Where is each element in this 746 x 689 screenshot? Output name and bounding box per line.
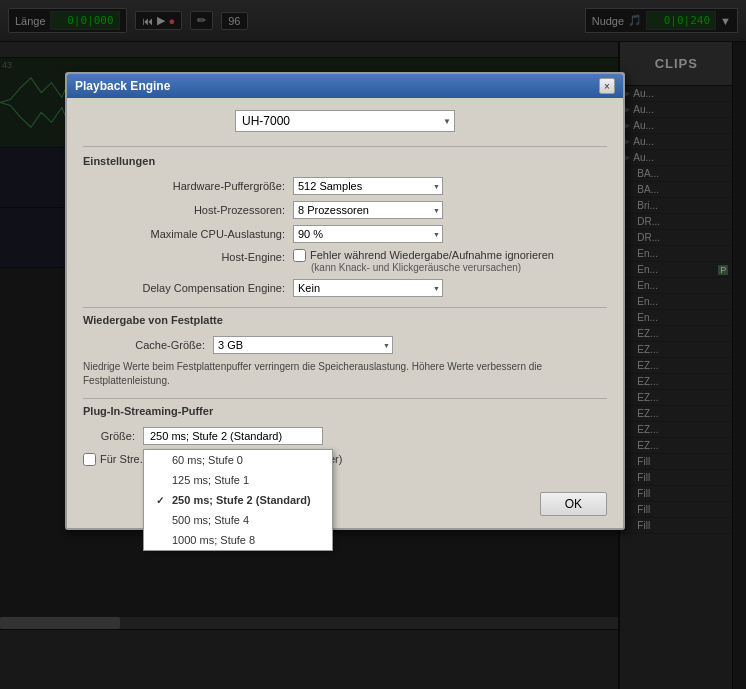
dropdown-item-3-label: 500 ms; Stufe 4: [172, 514, 249, 526]
playback-engine-dialog: Playback Engine × UH-7000 ▼ Einstellunge…: [65, 72, 625, 530]
delay-compensation-label: Delay Compensation Engine:: [83, 282, 293, 294]
device-select-wrapper: UH-7000 ▼: [235, 110, 455, 132]
host-engine-label: Host-Engine:: [83, 249, 293, 263]
hardware-puffer-label: Hardware-Puffergröße:: [83, 180, 293, 192]
host-prozessoren-select-wrap: 8 Prozessoren: [293, 201, 443, 219]
hardware-puffer-select-wrap: 512 Samples: [293, 177, 443, 195]
plugin-streaming-section: Plug-In-Streaming-Puffer Größe: 250 ms; …: [83, 398, 607, 466]
plugin-size-dropdown-wrapper: 250 ms; Stufe 2 (Standard) 60 ms; Stufe …: [143, 427, 323, 445]
host-prozessoren-row: Host-Prozessoren: 8 Prozessoren: [83, 201, 607, 219]
fuer-stre-checkbox[interactable]: [83, 453, 96, 466]
festplatte-label: Wiedergabe von Festplatte: [83, 314, 607, 326]
plugin-size-dropdown: 60 ms; Stufe 0 125 ms; Stufe 1 ✓ 250 ms;…: [143, 449, 333, 551]
dropdown-item-0[interactable]: 60 ms; Stufe 0: [144, 450, 332, 470]
host-engine-checkbox[interactable]: [293, 249, 306, 262]
einstellungen-label: Einstellungen: [83, 155, 607, 167]
cpu-auslastung-label: Maximale CPU-Auslastung:: [83, 228, 293, 240]
delay-compensation-row: Delay Compensation Engine: Kein: [83, 279, 607, 297]
dialog-overlay: Playback Engine × UH-7000 ▼ Einstellunge…: [0, 0, 746, 689]
host-engine-checkbox-area: Fehler während Wiedergabe/Aufnahme ignor…: [293, 249, 554, 273]
cache-label: Cache-Größe:: [83, 339, 213, 351]
host-engine-row: Host-Engine: Fehler während Wiedergabe/A…: [83, 249, 607, 273]
plugin-groesse-row: Größe: 250 ms; Stufe 2 (Standard) 60 ms;…: [83, 427, 607, 445]
cpu-auslastung-select[interactable]: 90 %: [293, 225, 443, 243]
host-prozessoren-select[interactable]: 8 Prozessoren: [293, 201, 443, 219]
host-engine-checkbox-label[interactable]: Fehler während Wiedergabe/Aufnahme ignor…: [293, 249, 554, 262]
dropdown-item-2[interactable]: ✓ 250 ms; Stufe 2 (Standard): [144, 490, 332, 510]
cache-select-wrap: 3 GB: [213, 336, 393, 354]
plugin-groesse-label: Größe:: [83, 430, 143, 442]
hardware-puffer-select[interactable]: 512 Samples: [293, 177, 443, 195]
dropdown-item-2-label: 250 ms; Stufe 2 (Standard): [172, 494, 311, 506]
ok-button[interactable]: OK: [540, 492, 607, 516]
plugin-streaming-label: Plug-In-Streaming-Puffer: [83, 405, 607, 417]
dropdown-item-1-label: 125 ms; Stufe 1: [172, 474, 249, 486]
festplatte-section: Wiedergabe von Festplatte Cache-Größe: 3…: [83, 307, 607, 388]
checkmark-2: ✓: [156, 495, 168, 506]
einstellungen-section: Einstellungen Hardware-Puffergröße: 512 …: [83, 146, 607, 297]
dropdown-item-4-label: 1000 ms; Stufe 8: [172, 534, 255, 546]
cache-info-text: Niedrige Werte beim Festplattenpuffer ve…: [83, 360, 607, 388]
host-engine-checkbox-text: Fehler während Wiedergabe/Aufnahme ignor…: [310, 249, 554, 261]
dropdown-item-0-label: 60 ms; Stufe 0: [172, 454, 243, 466]
host-prozessoren-label: Host-Prozessoren:: [83, 204, 293, 216]
dropdown-item-4[interactable]: 1000 ms; Stufe 8: [144, 530, 332, 550]
dropdown-item-1[interactable]: 125 ms; Stufe 1: [144, 470, 332, 490]
device-row: UH-7000 ▼: [83, 110, 607, 132]
host-engine-note: (kann Knack- und Klickgeräusche verursac…: [311, 262, 554, 273]
delay-compensation-select-wrap: Kein: [293, 279, 443, 297]
dialog-body: UH-7000 ▼ Einstellungen Hardware-Pufferg…: [67, 98, 623, 484]
dialog-close-button[interactable]: ×: [599, 78, 615, 94]
dialog-titlebar: Playback Engine ×: [67, 74, 623, 98]
device-select[interactable]: UH-7000: [235, 110, 455, 132]
cpu-auslastung-select-wrap: 90 %: [293, 225, 443, 243]
cpu-auslastung-row: Maximale CPU-Auslastung: 90 %: [83, 225, 607, 243]
plugin-size-dropdown-trigger[interactable]: 250 ms; Stufe 2 (Standard): [143, 427, 323, 445]
dialog-title: Playback Engine: [75, 79, 170, 93]
fuer-stre-label: Für Stre...: [100, 453, 149, 465]
cache-select[interactable]: 3 GB: [213, 336, 393, 354]
cache-row: Cache-Größe: 3 GB: [83, 336, 607, 354]
dropdown-item-3[interactable]: 500 ms; Stufe 4: [144, 510, 332, 530]
hardware-puffer-row: Hardware-Puffergröße: 512 Samples: [83, 177, 607, 195]
delay-compensation-select[interactable]: Kein: [293, 279, 443, 297]
